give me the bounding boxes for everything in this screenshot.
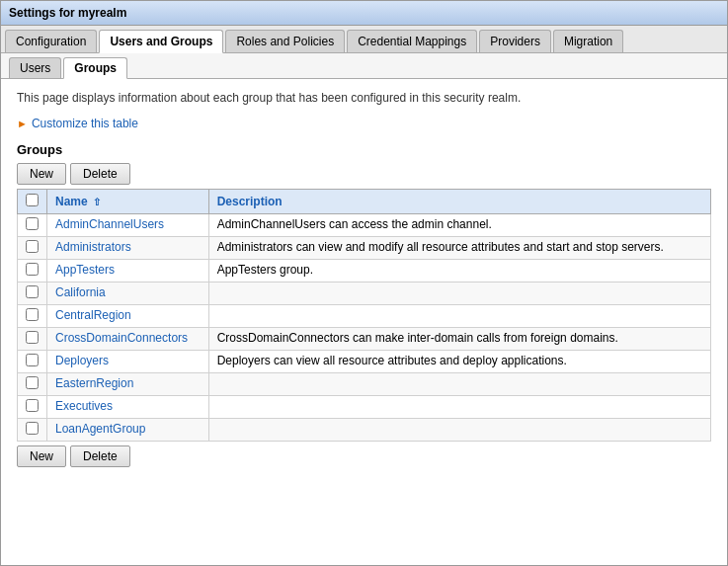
row-checkbox[interactable] [26,217,39,230]
row-checkbox-cell [18,260,47,283]
row-checkbox[interactable] [26,399,39,412]
window-title: Settings for myrealm [1,1,727,26]
top-button-bar: New Delete [17,163,711,185]
table-row: Executives [18,396,711,419]
group-name-link[interactable]: CrossDomainConnectors [55,331,188,345]
group-name-link[interactable]: CentralRegion [55,308,131,322]
table-row: AppTestersAppTesters group. [18,260,711,283]
new-button-top[interactable]: New [17,163,66,185]
row-checkbox-cell [18,373,47,396]
table-row: CrossDomainConnectorsCrossDomainConnecto… [18,328,711,351]
row-checkbox[interactable] [26,263,39,276]
customize-table-label: Customize this table [32,117,138,130]
row-checkbox-cell [18,328,47,351]
row-description-cell [208,419,710,442]
table-row: AdminChannelUsersAdminChannelUsers can a… [18,214,711,237]
select-all-header[interactable] [18,190,47,214]
row-description-cell: AppTesters group. [208,260,710,283]
row-checkbox[interactable] [26,354,39,366]
row-checkbox-cell [18,396,47,419]
tab-credential-mappings[interactable]: Credential Mappings [347,30,477,52]
row-checkbox-cell [18,237,47,260]
table-row: California [18,283,711,305]
row-checkbox-cell [18,419,47,442]
delete-button-top[interactable]: Delete [70,163,130,185]
row-name-cell: EasternRegion [47,373,209,396]
table-row: EasternRegion [18,373,711,396]
group-name-link[interactable]: AppTesters [55,263,115,277]
main-tab-bar: Configuration Users and Groups Roles and… [1,26,727,53]
row-name-cell: CentralRegion [47,305,209,328]
table-row: CentralRegion [18,305,711,328]
tab-migration[interactable]: Migration [553,30,623,52]
row-description-cell [208,305,710,328]
row-checkbox[interactable] [26,285,39,298]
row-description-cell: Administrators can view and modify all r… [208,237,710,260]
customize-arrow-icon: ► [17,118,28,129]
row-description-cell: CrossDomainConnectors can make inter-dom… [208,328,710,351]
group-name-link[interactable]: Administrators [55,240,131,254]
sub-tab-groups[interactable]: Groups [63,57,127,79]
row-checkbox-cell [18,283,47,305]
row-checkbox-cell [18,214,47,237]
row-name-cell: CrossDomainConnectors [47,328,209,351]
row-checkbox-cell [18,351,47,373]
table-row: DeployersDeployers can view all resource… [18,351,711,373]
description-column-header: Description [208,190,710,214]
sub-tab-bar: Users Groups [1,53,727,79]
main-window: Settings for myrealm Configuration Users… [0,0,728,566]
row-description-cell: Deployers can view all resource attribut… [208,351,710,373]
bottom-button-bar: New Delete [17,445,711,467]
tab-users-and-groups[interactable]: Users and Groups [99,30,223,53]
row-name-cell: LoanAgentGroup [47,419,209,442]
group-name-link[interactable]: AdminChannelUsers [55,217,164,231]
row-description-cell [208,373,710,396]
row-name-cell: Deployers [47,351,209,373]
row-description-cell [208,396,710,419]
group-name-link[interactable]: Executives [55,399,113,413]
row-checkbox-cell [18,305,47,328]
group-name-link[interactable]: California [55,285,106,299]
row-name-cell: Administrators [47,237,209,260]
row-name-cell: California [47,283,209,305]
tab-roles-and-policies[interactable]: Roles and Policies [225,30,345,52]
row-checkbox[interactable] [26,240,39,253]
name-column-header[interactable]: Name ⇧ [47,190,209,214]
table-header-row: Name ⇧ Description [18,190,711,214]
row-name-cell: AdminChannelUsers [47,214,209,237]
row-name-cell: Executives [47,396,209,419]
description-column-label: Description [217,195,283,208]
delete-button-bottom[interactable]: Delete [70,445,130,467]
row-checkbox[interactable] [26,376,39,389]
tab-configuration[interactable]: Configuration [5,30,97,52]
group-name-link[interactable]: LoanAgentGroup [55,422,145,436]
group-name-link[interactable]: Deployers [55,354,109,367]
page-description: This page displays information about eac… [17,91,711,105]
tab-providers[interactable]: Providers [479,30,551,52]
row-name-cell: AppTesters [47,260,209,283]
row-checkbox[interactable] [26,331,39,344]
customize-table-link[interactable]: ► Customize this table [17,117,711,130]
name-column-label: Name [55,195,88,208]
content-area: This page displays information about eac… [1,79,727,479]
row-description-cell [208,283,710,305]
sort-asc-icon: ⇧ [93,197,101,207]
table-row: LoanAgentGroup [18,419,711,442]
groups-table: Name ⇧ Description AdminChannelUsersAdmi… [17,189,711,442]
new-button-bottom[interactable]: New [17,445,66,467]
row-checkbox[interactable] [26,422,39,435]
section-title: Groups [17,142,711,157]
group-name-link[interactable]: EasternRegion [55,376,133,390]
table-row: AdministratorsAdministrators can view an… [18,237,711,260]
sub-tab-users[interactable]: Users [9,57,61,78]
row-description-cell: AdminChannelUsers can access the admin c… [208,214,710,237]
row-checkbox[interactable] [26,308,39,321]
select-all-checkbox[interactable] [26,194,39,206]
